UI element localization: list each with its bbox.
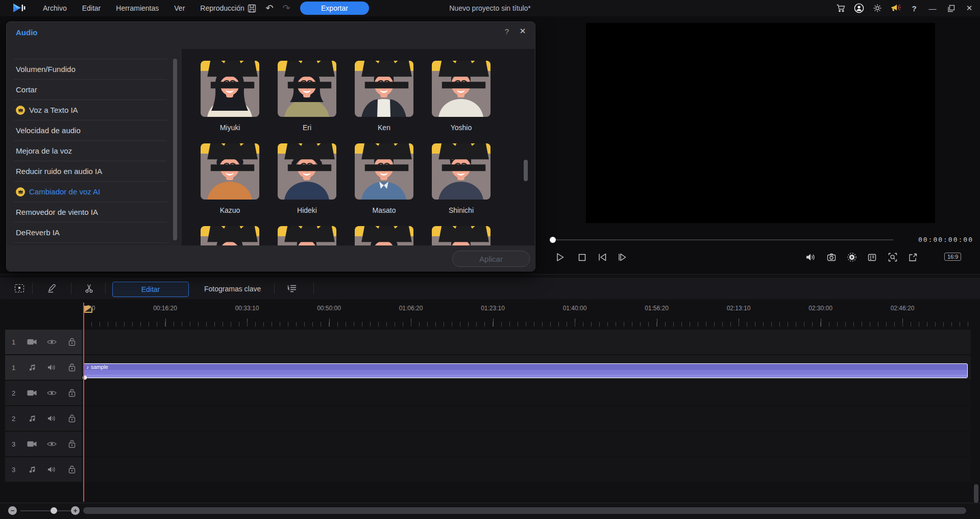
sidebar-item[interactable]: Velocidad de audio bbox=[14, 120, 167, 140]
track-number: 2 bbox=[5, 415, 22, 423]
stop-button[interactable] bbox=[576, 251, 588, 263]
sidebar-item[interactable]: Cambiador de voz AI bbox=[14, 181, 167, 202]
promotion-megaphone-icon[interactable] bbox=[890, 3, 901, 14]
menu-item-editar[interactable]: Editar bbox=[82, 4, 101, 12]
visibility-toggle-icon[interactable] bbox=[42, 441, 62, 447]
timeline-zoom-slider[interactable] bbox=[20, 510, 71, 511]
voice-card[interactable]: Try bbox=[201, 61, 259, 117]
voice-card[interactable]: Try bbox=[355, 226, 413, 245]
save-icon[interactable] bbox=[247, 3, 257, 13]
lock-track-icon[interactable] bbox=[62, 389, 82, 397]
visibility-toggle-icon[interactable] bbox=[42, 390, 62, 396]
marker-list-icon[interactable] bbox=[866, 251, 878, 263]
lock-track-icon[interactable] bbox=[62, 338, 82, 346]
voice-grid-scrollbar[interactable] bbox=[524, 160, 528, 181]
voice-card[interactable]: Try bbox=[355, 61, 413, 117]
zoom-out-button[interactable]: − bbox=[8, 506, 17, 515]
timeline-horizontal-scrollbar[interactable] bbox=[83, 507, 966, 514]
sidebar-item[interactable]: DeReverb IA bbox=[14, 222, 167, 242]
visibility-toggle-icon[interactable] bbox=[42, 339, 62, 345]
audio-track-icon[interactable] bbox=[22, 465, 42, 474]
voice-name: Masato bbox=[355, 206, 413, 215]
apply-button[interactable]: Aplicar bbox=[452, 251, 530, 267]
track-lane-video-2[interactable] bbox=[82, 381, 971, 405]
next-frame-button[interactable] bbox=[616, 251, 628, 263]
sidebar-item[interactable]: Voz a Texto IA bbox=[14, 100, 167, 120]
help-icon[interactable]: ? bbox=[909, 3, 920, 14]
voice-card[interactable]: Try bbox=[355, 143, 413, 200]
audio-clip[interactable]: ♪ sample bbox=[83, 363, 968, 378]
menu-item-archivo[interactable]: Archivo bbox=[43, 4, 67, 12]
menu-item-reproduccin[interactable]: Reproducción bbox=[200, 4, 244, 12]
voice-card[interactable]: Try bbox=[432, 61, 491, 117]
app-logo-icon[interactable] bbox=[12, 3, 26, 15]
sidebar-item[interactable]: Removedor de viento IA bbox=[14, 202, 167, 222]
app-window: ArchivoEditarHerramientasVerReproducción… bbox=[0, 0, 980, 519]
redo-icon[interactable]: ↷ bbox=[281, 3, 291, 13]
account-icon[interactable] bbox=[853, 3, 865, 14]
playhead[interactable] bbox=[83, 303, 84, 502]
voice-card[interactable]: Try bbox=[278, 226, 336, 245]
lock-track-icon[interactable] bbox=[62, 363, 82, 372]
seek-bar[interactable] bbox=[554, 239, 893, 240]
track-lane-video-1[interactable] bbox=[82, 330, 971, 354]
aspect-ratio-badge[interactable]: 16:9 bbox=[944, 253, 961, 261]
preview-zoom-icon[interactable] bbox=[887, 251, 899, 263]
cart-icon[interactable] bbox=[835, 3, 846, 14]
track-lane-audio-2[interactable] bbox=[82, 406, 971, 431]
try-badge: Try bbox=[201, 143, 259, 154]
voice-card[interactable]: Try bbox=[432, 226, 491, 245]
mute-toggle-icon[interactable] bbox=[42, 364, 62, 371]
panel-help-icon[interactable]: ? bbox=[502, 27, 512, 37]
sidebar-scrollbar[interactable] bbox=[173, 59, 177, 240]
seek-handle[interactable] bbox=[550, 237, 556, 243]
timeline-vertical-scrollbar[interactable] bbox=[974, 484, 978, 503]
audio-track-icon[interactable] bbox=[22, 363, 42, 372]
mute-toggle-icon[interactable] bbox=[42, 466, 62, 473]
render-preview-icon[interactable] bbox=[846, 251, 858, 263]
voice-name: Kazuo bbox=[201, 206, 259, 215]
fullscreen-icon[interactable] bbox=[906, 251, 919, 263]
close-window-icon[interactable]: ✕ bbox=[964, 3, 975, 14]
sidebar-item[interactable]: Reducir ruido en audio IA bbox=[14, 161, 167, 181]
split-scissors-icon[interactable] bbox=[83, 282, 95, 294]
lock-track-icon[interactable] bbox=[62, 465, 82, 474]
menu-item-ver[interactable]: Ver bbox=[174, 4, 185, 12]
lock-track-icon[interactable] bbox=[62, 440, 82, 448]
voice-card[interactable]: Try bbox=[201, 143, 259, 200]
audio-track-icon[interactable] bbox=[22, 414, 42, 423]
marker-pen-icon[interactable] bbox=[46, 282, 58, 294]
export-button[interactable]: Exportar bbox=[300, 2, 369, 15]
menu-item-herramientas[interactable]: Herramientas bbox=[116, 4, 159, 12]
zoom-in-button[interactable]: + bbox=[71, 506, 80, 515]
video-track-icon[interactable] bbox=[22, 338, 42, 345]
adjustment-list-icon[interactable] bbox=[286, 282, 298, 294]
video-preview[interactable] bbox=[586, 23, 935, 223]
video-track-icon[interactable] bbox=[22, 389, 42, 397]
track-lane-audio-3[interactable] bbox=[82, 457, 971, 482]
sidebar-item[interactable]: Cortar bbox=[14, 79, 167, 100]
timeline-zoom-handle[interactable] bbox=[51, 507, 57, 514]
select-tool-icon[interactable] bbox=[13, 282, 26, 294]
tab-keyframes[interactable]: Fotogramas clave bbox=[204, 282, 261, 296]
voice-card[interactable]: Try bbox=[278, 143, 336, 200]
undo-icon[interactable]: ↶ bbox=[264, 3, 275, 13]
sidebar-item[interactable]: Mejora de la voz bbox=[14, 140, 167, 161]
restore-window-icon[interactable] bbox=[945, 3, 957, 14]
volume-icon[interactable] bbox=[804, 251, 817, 263]
previous-frame-button[interactable] bbox=[596, 251, 608, 263]
settings-gear-icon[interactable] bbox=[872, 3, 883, 14]
voice-card[interactable]: Try bbox=[432, 143, 491, 200]
panel-close-icon[interactable]: ✕ bbox=[517, 27, 528, 38]
voice-card[interactable]: Try bbox=[201, 226, 259, 245]
video-track-icon[interactable] bbox=[22, 440, 42, 448]
snapshot-camera-icon[interactable] bbox=[825, 251, 838, 263]
lock-track-icon[interactable] bbox=[62, 414, 82, 423]
tab-edit[interactable]: Editar bbox=[112, 282, 189, 297]
sidebar-item[interactable]: Volumen/Fundido bbox=[14, 59, 167, 79]
play-button[interactable] bbox=[554, 251, 566, 263]
minimize-icon[interactable]: — bbox=[927, 3, 938, 14]
mute-toggle-icon[interactable] bbox=[42, 415, 62, 422]
track-lane-video-3[interactable] bbox=[82, 432, 971, 456]
voice-card[interactable]: Try bbox=[278, 61, 336, 117]
